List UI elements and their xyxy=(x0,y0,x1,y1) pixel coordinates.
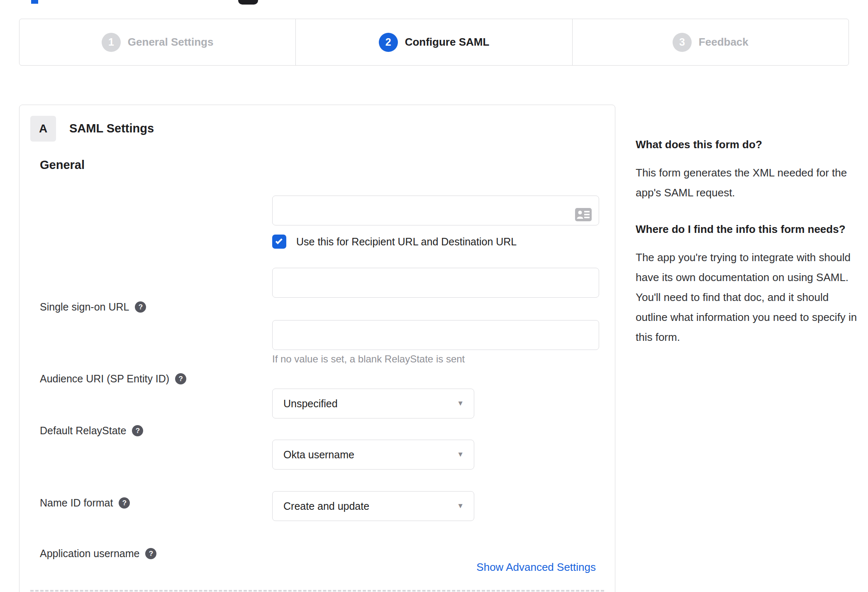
relaystate-hint: If no value is set, a blank RelayState i… xyxy=(272,353,465,365)
step-feedback[interactable]: 3 Feedback xyxy=(572,19,848,65)
relaystate-label: Default RelayState ? xyxy=(40,425,143,437)
help-heading-1: What does this form do? xyxy=(636,135,860,154)
dropdown-caret-icon: ▼ xyxy=(457,502,464,510)
step-number-badge: 2 xyxy=(379,33,398,52)
section-dashed-divider xyxy=(30,590,604,592)
help-heading-2: Where do I find the info this form needs… xyxy=(636,220,860,238)
relaystate-input[interactable] xyxy=(272,320,599,350)
sso-recipient-checkbox-row: Use this for Recipient URL and Destinati… xyxy=(272,235,517,249)
sso-url-label-text: Single sign-on URL xyxy=(40,301,129,313)
section-title: SAML Settings xyxy=(69,122,154,135)
step-label: Feedback xyxy=(699,36,749,49)
contact-card-icon[interactable] xyxy=(575,208,592,221)
help-icon[interactable]: ? xyxy=(145,548,156,559)
recipient-url-checkbox[interactable] xyxy=(272,235,286,249)
show-advanced-settings-link[interactable]: Show Advanced Settings xyxy=(476,561,596,574)
audience-uri-input[interactable] xyxy=(272,268,599,298)
nameid-format-select[interactable]: Unspecified ▼ xyxy=(272,389,474,418)
dropdown-caret-icon: ▼ xyxy=(457,450,464,459)
app-username-label: Application username ? xyxy=(40,548,156,560)
section-a-badge: A xyxy=(30,116,56,142)
help-paragraph-2: The app you're trying to integrate with … xyxy=(636,247,860,347)
step-label: General Settings xyxy=(128,36,214,49)
group-title-general: General xyxy=(40,158,85,172)
saml-settings-panel: A SAML Settings General Single sign-on U… xyxy=(19,105,615,592)
step-number-badge: 1 xyxy=(102,33,121,52)
cut-off-tab-indicator xyxy=(31,0,38,4)
relaystate-label-text: Default RelayState xyxy=(40,425,126,437)
audience-uri-label: Audience URI (SP Entity ID) ? xyxy=(40,373,186,385)
step-configure-saml[interactable]: 2 Configure SAML xyxy=(295,19,572,65)
help-icon[interactable]: ? xyxy=(135,301,146,313)
dropdown-caret-icon: ▼ xyxy=(457,399,464,408)
sso-url-input[interactable] xyxy=(272,196,599,225)
audience-uri-label-text: Audience URI (SP Entity ID) xyxy=(40,373,169,385)
nameid-format-label: Name ID format ? xyxy=(40,497,130,509)
update-username-select[interactable]: Create and update ▼ xyxy=(272,491,474,521)
app-username-label-text: Application username xyxy=(40,548,139,560)
help-icon[interactable]: ? xyxy=(175,373,186,384)
help-icon[interactable]: ? xyxy=(132,425,143,436)
cut-off-icon xyxy=(238,0,258,5)
help-paragraph-1: This form generates the XML needed for t… xyxy=(636,163,860,203)
checkmark-icon xyxy=(276,237,283,244)
step-label: Configure SAML xyxy=(405,36,490,49)
wizard-stepper: 1 General Settings 2 Configure SAML 3 Fe… xyxy=(19,19,849,66)
sso-url-label: Single sign-on URL ? xyxy=(40,301,146,313)
help-icon[interactable]: ? xyxy=(119,497,130,509)
recipient-url-checkbox-label: Use this for Recipient URL and Destinati… xyxy=(296,236,517,248)
help-sidebar: What does this form do? This form genera… xyxy=(636,135,860,364)
nameid-format-value: Unspecified xyxy=(283,398,457,410)
app-username-select[interactable]: Okta username ▼ xyxy=(272,440,474,470)
nameid-format-label-text: Name ID format xyxy=(40,497,113,509)
update-username-value: Create and update xyxy=(283,500,457,512)
step-general-settings[interactable]: 1 General Settings xyxy=(20,19,295,65)
app-username-value: Okta username xyxy=(283,449,457,461)
step-number-badge: 3 xyxy=(673,33,692,52)
